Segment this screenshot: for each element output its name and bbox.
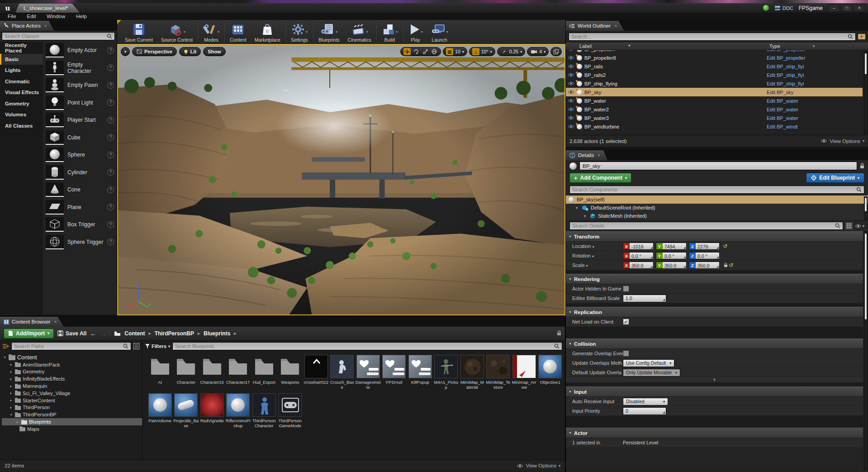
asset-mimimap-material[interactable]: MimiMap_Material: [459, 355, 485, 390]
edit-blueprint-link[interactable]: Edit BP_ship_flyi: [767, 81, 861, 86]
place-item-player-start[interactable]: Player Start?: [43, 111, 117, 129]
outliner-row[interactable]: BP_windturbineEdit BP_windt: [566, 122, 863, 131]
column-type[interactable]: Type: [769, 43, 780, 49]
actor-hidden-checkbox[interactable]: [623, 286, 629, 292]
asset-character[interactable]: Character: [173, 355, 199, 390]
folder-content[interactable]: ▾Content: [2, 354, 142, 361]
place-item-cone[interactable]: Cone?: [43, 181, 117, 199]
level-tab[interactable]: L_showcase_level*: [15, 4, 80, 13]
generate-overlap-checkbox[interactable]: [623, 350, 629, 357]
component-defaultsceneroot[interactable]: ▾ DefaultSceneRoot (Inherited): [566, 204, 868, 212]
visibility-eye-icon[interactable]: [568, 124, 574, 129]
category-recently-placed[interactable]: Recently Placed: [0, 43, 43, 54]
launch-button[interactable]: ▾ Launch: [427, 21, 452, 43]
folder-infinitybladeeffects[interactable]: ▸InfinityBladeEffects: [2, 375, 142, 382]
edit-blueprint-button[interactable]: Edit Blueprint▾: [806, 173, 864, 183]
display-filter-button[interactable]: ▾: [855, 224, 864, 228]
add-component-button[interactable]: +Add Component▾: [569, 173, 631, 183]
dropdown-icon[interactable]: ▾: [544, 50, 545, 54]
cinematics-button[interactable]: ▾ Cinematics: [344, 21, 375, 43]
place-item-cylinder[interactable]: Cylinder?: [43, 164, 117, 181]
viewport-options-button[interactable]: ▾: [121, 47, 130, 56]
scale-tool-icon[interactable]: [422, 48, 429, 55]
column-label[interactable]: Label: [579, 43, 592, 49]
folder-thirdperson[interactable]: ▸ThirdPerson: [2, 404, 142, 411]
visibility-eye-icon[interactable]: [568, 90, 574, 94]
folder-maps[interactable]: Maps: [2, 425, 142, 433]
tab-place-actors[interactable]: Place Actors ×: [0, 21, 54, 31]
reset-location-icon[interactable]: ↺: [723, 243, 727, 249]
outliner-row[interactable]: BP_propeller8Edit BP_propeller: [566, 53, 863, 62]
outliner-row[interactable]: BP_waterEdit BP_water: [566, 96, 863, 105]
outliner-row[interactable]: BP_water2Edit BP_water: [566, 105, 863, 114]
visibility-eye-icon[interactable]: [568, 107, 574, 111]
help-icon[interactable]: ?: [107, 64, 114, 71]
net-load-checkbox[interactable]: ✔: [623, 319, 629, 325]
category-geometry[interactable]: Geometry: [0, 98, 43, 110]
edit-blueprint-link[interactable]: Edit BP_propeller: [767, 50, 861, 52]
play-button[interactable]: ▾ Play: [404, 21, 427, 43]
outliner-search-input[interactable]: [571, 34, 846, 39]
search-assets-input[interactable]: [175, 343, 552, 349]
visibility-eye-icon[interactable]: [568, 116, 574, 120]
asset-thirdpersongamemode[interactable]: ThirdPersonGameMode: [277, 393, 304, 428]
world-local-toggle-icon[interactable]: [431, 48, 438, 55]
folder-startercontent[interactable]: ▸StarterContent: [2, 397, 142, 404]
reset-scale-icon[interactable]: ↺: [729, 262, 733, 268]
asset-thirdpersoncharacter[interactable]: ThirdPersonCharacter: [251, 393, 277, 428]
asset-killpopup[interactable]: KillPopup: [407, 355, 433, 390]
tab-details[interactable]: Details ×: [566, 150, 607, 160]
tab-world-outliner[interactable]: World Outliner ×: [566, 21, 624, 31]
visibility-eye-icon[interactable]: [568, 73, 574, 77]
viewport-lit-button[interactable]: Lit: [179, 47, 201, 56]
outliner-scrollbar[interactable]: [864, 51, 868, 134]
section-collision[interactable]: ▼Collision: [566, 339, 863, 349]
cb-view-options-button[interactable]: View Options▾: [517, 463, 560, 468]
asset-character15[interactable]: Character15: [199, 355, 225, 390]
edit-blueprint-link[interactable]: Edit BP_ship_flyi: [767, 64, 861, 69]
folder-scifi-valley-village[interactable]: ▸Sci_FI_Valley_Village: [2, 390, 142, 397]
close-icon[interactable]: ×: [614, 24, 617, 29]
filters-button[interactable]: Filters▾: [145, 343, 170, 349]
component-staticmesh[interactable]: ▾ StaticMesh (Inherited): [566, 212, 868, 220]
rotation-y-field[interactable]: 0.0 °: [663, 253, 686, 259]
menu-help[interactable]: Help: [71, 14, 92, 19]
marketplace-button[interactable]: u Marketplace: [251, 21, 285, 43]
help-icon[interactable]: ?: [107, 134, 114, 141]
rotation-x-field[interactable]: 0.0 °: [630, 253, 653, 259]
billboard-scale-field[interactable]: 1.0: [623, 295, 666, 302]
viewport-3d-scene[interactable]: [118, 45, 564, 315]
help-icon[interactable]: ?: [107, 117, 114, 124]
visibility-eye-icon[interactable]: [568, 56, 574, 60]
scale-snap-control[interactable]: ↗ 0.25▾: [497, 47, 525, 56]
asset-fpshud[interactable]: FPSHud: [381, 355, 408, 390]
asset-crosshair022[interactable]: crosshair022: [303, 355, 329, 390]
camera-speed-control[interactable]: 4▾: [527, 47, 549, 56]
input-priority-field[interactable]: 0: [623, 407, 666, 415]
menu-edit[interactable]: Edit: [22, 14, 41, 19]
details-scrollbar[interactable]: [864, 231, 868, 470]
place-item-sphere[interactable]: Sphere?: [43, 146, 117, 164]
dropdown-icon[interactable]: ▾: [490, 50, 492, 54]
component-bp-sky-self[interactable]: BP_sky(self): [566, 195, 868, 204]
help-icon[interactable]: ?: [107, 47, 114, 54]
close-icon[interactable]: ×: [44, 24, 47, 29]
breadcrumb-content[interactable]: Content: [124, 330, 145, 337]
blueprints-button[interactable]: ▾ Blueprints: [314, 21, 344, 43]
add-import-button[interactable]: Add/Import▾: [4, 329, 54, 339]
visibility-eye-icon[interactable]: [568, 50, 574, 51]
close-button[interactable]: ×: [854, 4, 865, 12]
folder-animstarterpack[interactable]: ▸AnimStarterPack: [2, 361, 142, 368]
collections-icon[interactable]: [133, 343, 139, 349]
category-visual-effects[interactable]: Visual Effects: [0, 87, 43, 98]
create-folder-button[interactable]: +: [858, 34, 865, 39]
asset-ai[interactable]: AI: [147, 355, 173, 390]
visibility-eye-icon[interactable]: [568, 64, 574, 68]
rotate-tool-icon[interactable]: [413, 48, 420, 55]
search-paths-input[interactable]: [14, 343, 121, 349]
asset-m4a1-pickup[interactable]: M4A1_Pickup: [433, 355, 460, 390]
scale-label[interactable]: Scale ▾: [572, 262, 623, 268]
dropdown-icon[interactable]: ▾: [462, 50, 464, 54]
viewport-show-button[interactable]: Show: [203, 47, 225, 56]
level-viewport[interactable]: ▾ Perspective Lit Show: [117, 44, 565, 315]
